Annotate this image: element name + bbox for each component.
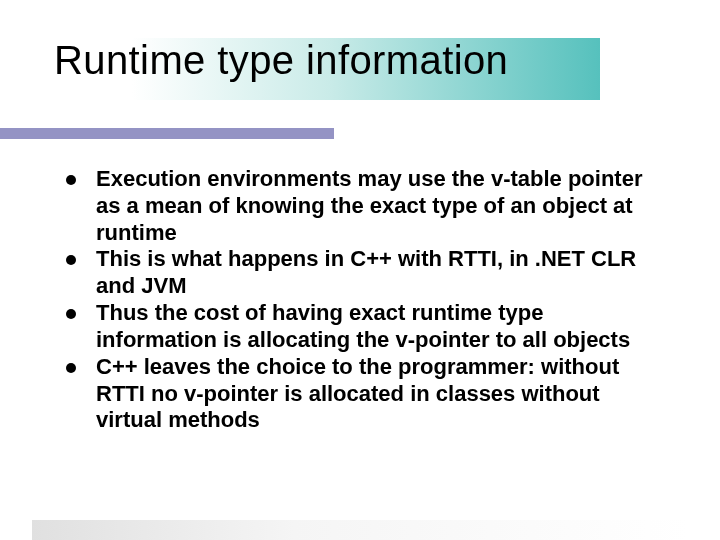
- bullet-item: Execution environments may use the v-tab…: [66, 166, 666, 246]
- bullet-item: Thus the cost of having exact runtime ty…: [66, 300, 666, 354]
- bullet-item: This is what happens in C++ with RTTI, i…: [66, 246, 666, 300]
- title-bar: Runtime type information: [0, 38, 600, 100]
- bullet-list: Execution environments may use the v-tab…: [66, 166, 666, 434]
- slide-content: Execution environments may use the v-tab…: [66, 166, 666, 434]
- bullet-item: C++ leaves the choice to the programmer:…: [66, 354, 666, 434]
- slide-title: Runtime type information: [0, 38, 508, 83]
- title-underline: [0, 128, 334, 139]
- bottom-shadow: [32, 520, 688, 540]
